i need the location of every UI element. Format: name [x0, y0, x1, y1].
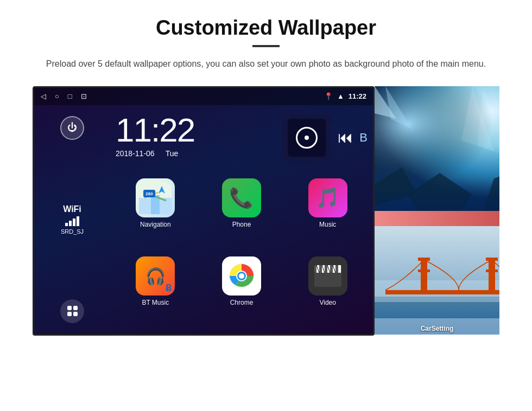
- apps-grid-button[interactable]: [60, 299, 84, 323]
- signal-widget: [282, 113, 331, 162]
- svg-rect-33: [489, 259, 495, 294]
- chrome-label: Chrome: [230, 299, 254, 306]
- screenshot-icon[interactable]: ⊡: [81, 92, 87, 100]
- bar1: [65, 223, 68, 226]
- phone-icon: 📞: [222, 178, 261, 217]
- status-time: 11:22: [349, 92, 366, 100]
- bridge-scene-bg: CarSetting: [375, 226, 499, 335]
- status-left: ◁ ○ □ ⊡: [41, 92, 87, 100]
- screen-area: ◁ ○ □ ⊡ 📍 ▲ 11:22 ⏻: [33, 86, 499, 336]
- signal-icon: [296, 127, 318, 149]
- app-bt-music[interactable]: 🎧 Ƀ BT Music: [116, 256, 195, 329]
- title-divider: [252, 45, 280, 47]
- app-video[interactable]: Video: [288, 256, 368, 329]
- android-sidebar: ⏻ WiFi SRD_SJ: [34, 105, 110, 334]
- navigation-icon: 280: [136, 178, 175, 217]
- svg-rect-30: [421, 259, 427, 294]
- phone-label: Phone: [232, 221, 251, 228]
- svg-point-12: [239, 273, 244, 279]
- widgets-row: ⏮ B: [277, 113, 373, 168]
- svg-rect-29: [385, 290, 499, 294]
- clock-display: 11:22 2018-11-06 Tue: [116, 113, 194, 158]
- bar4: [77, 216, 79, 226]
- bt-music-icon: 🎧 Ƀ: [136, 256, 175, 296]
- recents-icon[interactable]: □: [68, 92, 72, 100]
- back-icon[interactable]: ◁: [41, 92, 46, 100]
- wallpaper-panel: CarSetting: [375, 86, 499, 336]
- clock-day: Tue: [166, 149, 179, 158]
- page-title: Customized Wallpaper: [33, 16, 499, 40]
- grid-dot: [67, 306, 72, 310]
- app-chrome[interactable]: Chrome: [202, 256, 282, 329]
- video-icon: [308, 256, 347, 296]
- wallpaper-thumb-bridge[interactable]: CarSetting: [375, 226, 499, 335]
- bt-music-label: BT Music: [142, 299, 169, 306]
- bluetooth-icon: B: [359, 131, 368, 145]
- svg-rect-34: [486, 258, 498, 261]
- app-navigation[interactable]: 280 Navigation: [116, 178, 195, 251]
- wallpaper-thumb-mid[interactable]: [375, 211, 499, 226]
- main-content: ⏻ WiFi SRD_SJ: [34, 105, 373, 334]
- svg-rect-31: [418, 258, 430, 261]
- signal-dot: [305, 136, 309, 140]
- navigation-label: Navigation: [140, 221, 171, 228]
- page-wrapper: Customized Wallpaper Preload over 5 defa…: [0, 0, 532, 346]
- clock-area: 11:22 2018-11-06 Tue: [110, 105, 373, 334]
- bar2: [69, 221, 72, 226]
- grid-dot: [73, 312, 78, 316]
- wifi-label: WiFi: [61, 204, 84, 214]
- wifi-ssid: SRD_SJ: [61, 228, 84, 235]
- svg-text:280: 280: [146, 191, 154, 196]
- android-screen: ◁ ○ □ ⊡ 📍 ▲ 11:22 ⏻: [33, 86, 375, 336]
- clock-date-value: 2018-11-06: [116, 149, 155, 158]
- svg-rect-19: [338, 265, 341, 273]
- wifi-info: WiFi SRD_SJ: [61, 204, 84, 235]
- grid-icon: [67, 306, 78, 316]
- prev-track-icon[interactable]: ⏮: [338, 129, 353, 146]
- bar3: [73, 219, 75, 226]
- music-label: Music: [319, 221, 336, 228]
- wifi-bars: [61, 216, 84, 226]
- video-label: Video: [319, 299, 335, 306]
- status-bar: ◁ ○ □ ⊡ 📍 ▲ 11:22: [34, 88, 373, 105]
- apps-grid: 280 Navigation 📞: [110, 173, 373, 334]
- app-music[interactable]: 🎵 Music: [288, 178, 368, 251]
- power-button[interactable]: ⏻: [60, 116, 84, 140]
- app-phone[interactable]: 📞 Phone: [202, 178, 282, 251]
- power-icon: ⏻: [67, 122, 77, 133]
- home-icon[interactable]: ○: [55, 92, 59, 100]
- clock-time: 11:22: [116, 113, 194, 147]
- carsetting-label[interactable]: CarSetting: [375, 325, 499, 332]
- clock-date: 2018-11-06 Tue: [116, 149, 194, 158]
- ice-cave-bg: [375, 86, 499, 211]
- svg-rect-13: [314, 272, 341, 287]
- clock-top: 11:22 2018-11-06 Tue: [110, 105, 373, 173]
- status-right: 📍 ▲ 11:22: [324, 92, 366, 100]
- widget-inner: [288, 119, 326, 157]
- wifi-signal-icon: ▲: [337, 92, 344, 100]
- wallpaper-thumb-ice[interactable]: [375, 86, 499, 211]
- svg-rect-35: [486, 269, 498, 272]
- chrome-icon: [222, 256, 261, 296]
- music-icon: 🎵: [308, 178, 347, 217]
- location-icon: 📍: [324, 92, 333, 100]
- page-subtitle: Preload over 5 default wallpaper options…: [33, 57, 499, 71]
- grid-dot: [67, 312, 72, 316]
- svg-rect-32: [418, 269, 430, 272]
- grid-dot: [73, 306, 78, 310]
